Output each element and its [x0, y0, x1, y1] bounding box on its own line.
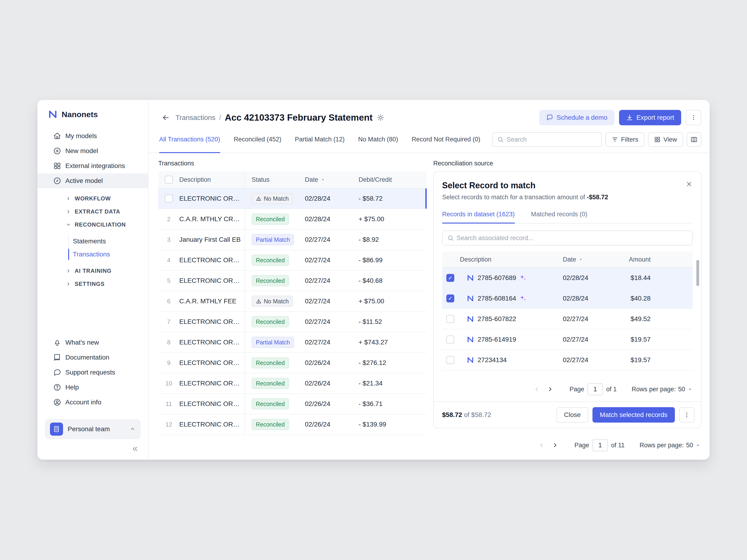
sidebar-item-account-info[interactable]: Account info — [37, 395, 148, 410]
row-description: ELECTRONIC ORDER — [179, 339, 244, 346]
record-checkbox[interactable] — [446, 356, 454, 364]
nanonets-record-icon — [466, 356, 474, 364]
table-row[interactable]: 12 ELECTRONIC ORDER Reconciled 02/26/24 … — [158, 415, 427, 435]
sidebar-item-ai-training[interactable]: AI TRAINING — [37, 264, 148, 277]
chevron-left-icon — [539, 442, 545, 449]
sidebar-item-external-integrations[interactable]: External integrations — [37, 158, 148, 174]
sidebar-item-settings[interactable]: SETTINGS — [37, 277, 148, 291]
search-input[interactable] — [507, 136, 597, 143]
dialog-close-button[interactable] — [686, 181, 693, 188]
schedule-demo-button[interactable]: Schedule a demo — [539, 110, 614, 125]
close-button[interactable]: Close — [557, 407, 588, 423]
prev-page-button[interactable] — [535, 439, 548, 452]
record-amount: $49.52 — [626, 315, 693, 323]
sidebar-item-my-models[interactable]: My models — [37, 129, 148, 143]
dialog-title: Select Record to match — [442, 181, 536, 190]
record-checkbox[interactable] — [446, 294, 454, 302]
column-date[interactable]: Date — [563, 256, 626, 263]
sidebar-item-extract-data[interactable]: EXTRACT DATA — [37, 205, 148, 218]
transactions-table: Description Status Date Debit/Credit 1 E… — [158, 171, 427, 435]
model-tree: WORKFLOW EXTRACT DATA RECONCILIATION Sta… — [37, 192, 148, 291]
view-button[interactable]: View — [648, 132, 683, 147]
tab-reconciled[interactable]: Reconciled (452) — [234, 127, 281, 153]
breadcrumb-parent[interactable]: Transactions — [176, 114, 215, 122]
sidebar-item-documentation[interactable]: Documentation — [37, 350, 148, 365]
tab-matched-records[interactable]: Matched records (0) — [531, 211, 588, 223]
row-amount: - $21.34 — [352, 380, 427, 387]
table-row[interactable]: 1 ELECTRONIC ORDER No Match 02/28/24 - $… — [158, 189, 427, 209]
rows-per-page-label: Rows per page: — [640, 442, 684, 449]
match-selected-records-button[interactable]: Match selected records — [592, 407, 675, 423]
sidebar-item-transactions[interactable]: Transactions — [69, 248, 148, 261]
sidebar-item-whats-new[interactable]: What's new — [37, 335, 148, 350]
back-button[interactable] — [161, 113, 170, 122]
select-all-checkbox[interactable] — [165, 176, 173, 184]
column-date[interactable]: Date — [298, 176, 352, 183]
table-row[interactable]: 4 ELECTRONIC ORDER Reconciled 02/27/24 -… — [158, 250, 427, 271]
table-row[interactable]: 5 ELECTRONIC ORDER Reconciled 02/27/24 -… — [158, 271, 427, 291]
table-row[interactable]: 3 January First Call EB Partial Match 02… — [158, 230, 427, 250]
rows-per-page-control[interactable]: Rows per page: 50 — [640, 442, 700, 449]
table-row[interactable]: 10 ELECTRONIC ORDER Reconciled 02/26/24 … — [158, 373, 427, 394]
columns-button[interactable] — [687, 132, 701, 147]
header-more-button[interactable] — [686, 110, 701, 125]
record-row[interactable]: 27234134 02/27/24 $19.57 — [442, 350, 693, 371]
statement-settings-button[interactable] — [377, 114, 384, 121]
footer-more-button[interactable] — [679, 407, 694, 423]
prev-page-button[interactable] — [531, 383, 543, 396]
tab-records-in-dataset[interactable]: Records in dataset (1623) — [442, 211, 515, 223]
sidebar-item-new-model[interactable]: New model — [37, 143, 148, 158]
record-checkbox[interactable] — [446, 274, 454, 282]
scrollbar-thumb[interactable] — [696, 260, 699, 286]
sidebar-item-reconciliation[interactable]: RECONCILIATION — [37, 218, 148, 231]
table-row[interactable]: 2 C.A.R. MTHLY CRE... Reconciled 02/28/2… — [158, 209, 427, 230]
building-icon — [53, 425, 60, 433]
page-number-input[interactable] — [588, 383, 603, 395]
next-page-button[interactable] — [548, 439, 561, 452]
record-checkbox[interactable] — [446, 315, 454, 323]
record-date: 02/28/24 — [563, 274, 626, 282]
row-checkbox[interactable] — [165, 195, 173, 203]
record-row[interactable]: 2785-607689 02/28/24 $18.44 — [442, 268, 693, 288]
record-row[interactable]: 2785-614919 02/27/24 $19.57 — [442, 329, 693, 350]
row-amount: - $36.71 — [352, 400, 427, 408]
sidebar-item-workflow[interactable]: WORKFLOW — [37, 192, 148, 205]
table-row[interactable]: 6 C.A.R. MTHLY FEE No Match 02/27/24 + $… — [158, 291, 427, 312]
table-row[interactable]: 7 ELECTRONIC ORDER Reconciled 02/27/24 -… — [158, 312, 427, 332]
record-search-input[interactable] — [457, 235, 688, 242]
record-search-box — [442, 231, 693, 245]
row-date: 02/28/24 — [298, 195, 352, 202]
row-date: 02/26/24 — [298, 421, 352, 428]
table-row[interactable]: 11 ELECTRONIC ORDER Reconciled 02/26/24 … — [158, 394, 427, 415]
sidebar-item-active-model[interactable]: Active model — [37, 174, 148, 188]
row-description: C.A.R. MTHLY CRE... — [179, 215, 244, 223]
next-page-button[interactable] — [543, 383, 557, 396]
tab-partial-match[interactable]: Partial Match (12) — [295, 127, 344, 153]
row-date: 02/28/24 — [298, 215, 352, 223]
record-checkbox[interactable] — [446, 336, 454, 344]
status-badge: Reconciled — [252, 419, 289, 430]
record-row[interactable]: 2785-608164 02/28/24 $40.28 — [442, 288, 693, 309]
tab-no-match[interactable]: No Match (80) — [358, 127, 398, 153]
sidebar-item-support-requests[interactable]: Support requests — [37, 365, 148, 380]
rows-per-page-control[interactable]: Rows per page: 50 — [632, 386, 693, 393]
chevron-left-icon — [534, 386, 540, 393]
collapse-sidebar-icon[interactable] — [132, 446, 139, 452]
sidebar-item-statements[interactable]: Statements — [69, 235, 148, 248]
record-row[interactable]: 2785-607822 02/27/24 $49.52 — [442, 309, 693, 329]
sidebar-item-label: Account info — [66, 399, 101, 406]
status-badge-label: Partial Match — [256, 236, 290, 243]
export-report-button[interactable]: Export report — [619, 110, 681, 125]
filters-button[interactable]: Filters — [606, 132, 644, 147]
table-row[interactable]: 9 ELECTRONIC ORDER Reconciled 02/26/24 -… — [158, 353, 427, 373]
tab-record-not-required[interactable]: Record Not Required (0) — [412, 127, 480, 153]
brand-name: Nanonets — [61, 110, 98, 119]
page-number-input[interactable] — [592, 439, 608, 451]
row-number: 8 — [167, 339, 171, 346]
table-row[interactable]: 8 ELECTRONIC ORDER Partial Match 02/27/2… — [158, 332, 427, 353]
sidebar-item-help[interactable]: Help — [37, 380, 148, 395]
team-switcher[interactable]: Personal team — [45, 419, 140, 439]
sidebar-footer-menu: What's new Documentation Support request… — [37, 335, 148, 410]
chevron-right-icon — [66, 196, 71, 201]
tab-all-transactions[interactable]: All Transactions (520) — [159, 127, 220, 153]
